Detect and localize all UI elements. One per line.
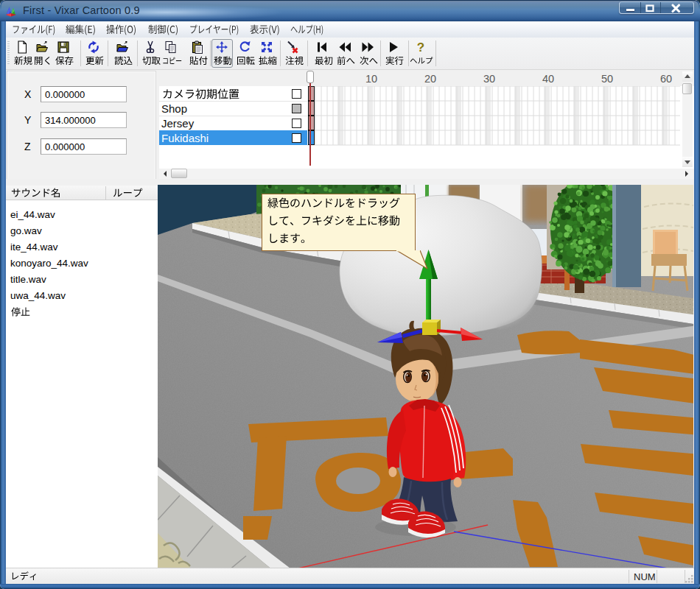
svg-text:?: ?: [417, 40, 424, 54]
